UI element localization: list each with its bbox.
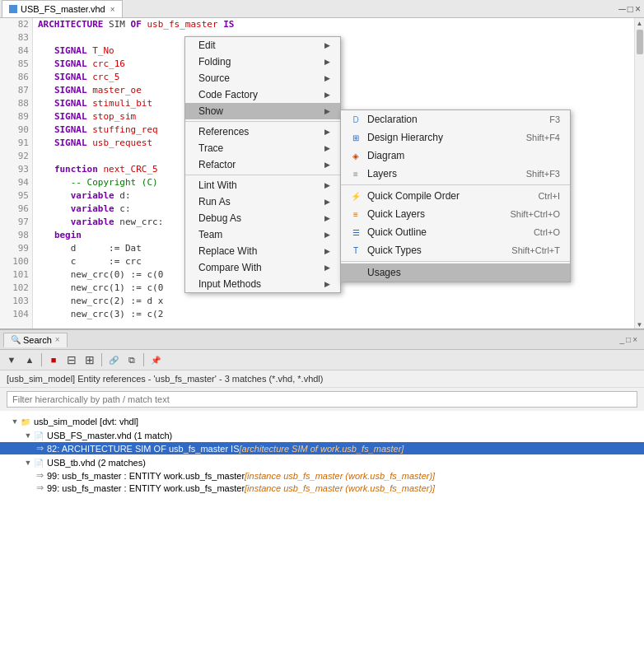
menu-trace[interactable]: Trace▶ [185, 140, 340, 156]
nav-up-button[interactable]: ▲ [21, 352, 38, 368]
show-submenu: D Declaration F3 ⊞ Design Hierarchy Shif… [340, 110, 571, 282]
hierarchy-icon: ⊞ [349, 131, 362, 144]
menu-show[interactable]: Show▶ [185, 103, 340, 119]
compile-icon: ⚡ [349, 189, 362, 203]
tree-row-match1[interactable]: ⇒ 82: ARCHITECTURE SIM OF usb_fs_master … [0, 442, 644, 454]
stop-button[interactable]: ■ [45, 352, 62, 368]
menu-code-factory[interactable]: Code Factory▶ [185, 86, 340, 103]
submenu-sep-1 [341, 184, 570, 185]
link-button[interactable]: 🔗 [105, 352, 122, 368]
search-tab-close[interactable]: × [55, 335, 60, 344]
minimize-button[interactable]: ─ [618, 3, 626, 15]
close-window-button[interactable]: × [635, 3, 641, 15]
menu-folding[interactable]: Folding▶ [185, 54, 340, 70]
submenu-design-hierarchy[interactable]: ⊞ Design Hierarchy Shift+F4 [341, 128, 570, 147]
menu-compare-with[interactable]: Compare With▶ [185, 259, 340, 276]
vhd-file-icon: 📄 [33, 430, 44, 441]
menu-replace-with[interactable]: Replace With▶ [185, 243, 340, 259]
submenu-quick-types[interactable]: T Quick Types Shift+Ctrl+T [341, 241, 570, 259]
editor-tab[interactable]: USB_FS_master.vhd × [2, 0, 123, 17]
layers-icon: ≡ [349, 167, 362, 180]
collapse-all-button[interactable]: ⊟ [63, 352, 80, 368]
toolbar-sep-1 [41, 353, 42, 366]
quick-layers-icon: ≡ [349, 207, 362, 221]
scroll-thumb[interactable] [637, 30, 643, 54]
tree-row-match2[interactable]: ⇒ 99: usb_fs_master : ENTITY work.usb_fs… [0, 469, 644, 482]
tree-row-root[interactable]: ▼ 📁 usb_sim_model [dvt: vhdl] [0, 415, 644, 428]
tab-close-button[interactable]: × [110, 5, 115, 14]
menu-lint-with[interactable]: Lint With▶ [185, 177, 340, 193]
line-numbers: 82838485 86878889 90919293 94959697 9899… [0, 18, 33, 329]
submenu-quick-compile-order[interactable]: ⚡ Quick Compile Order Ctrl+I [341, 187, 570, 205]
diagram-icon: ◈ [349, 149, 362, 162]
panel-close[interactable]: × [632, 335, 637, 344]
code-line: ARCHITECTURE SIM OF usb_fs_master IS [38, 18, 634, 31]
panel-maximize[interactable]: □ [626, 335, 631, 344]
menu-edit[interactable]: Edit▶ [185, 37, 340, 54]
menu-separator-2 [185, 175, 340, 175]
search-tab[interactable]: 🔍 Search × [3, 333, 68, 347]
tree-row-file2[interactable]: ▼ 📄 USB_tb.vhd (2 matches) [0, 456, 644, 469]
result-tree: ▼ 📁 usb_sim_model [dvt: vhdl] ▼ 📄 USB_FS… [0, 411, 644, 499]
file-icon [9, 5, 17, 13]
panel-minimize[interactable]: _ [620, 335, 625, 344]
menu-references[interactable]: References▶ [185, 123, 340, 140]
code-line: new_crc(3) := c(2 [38, 308, 634, 321]
tree-row-match3[interactable]: ⇒ 99: usb_fs_master : ENTITY work.usb_fs… [0, 482, 644, 494]
search-result-header: [usb_sim_model] Entity references - 'usb… [0, 370, 644, 388]
pin-button[interactable]: 📌 [147, 352, 164, 368]
expand-file2-arrow[interactable]: ▼ [23, 459, 33, 467]
toolbar-sep-3 [143, 353, 144, 366]
menu-team[interactable]: Team▶ [185, 226, 340, 243]
types-icon: T [349, 244, 362, 257]
submenu-layers[interactable]: ≡ Layers Shift+F3 [341, 165, 570, 183]
submenu-diagram[interactable]: ◈ Diagram [341, 147, 570, 165]
outline-icon: ☰ [349, 226, 362, 239]
menu-debug-as[interactable]: Debug As▶ [185, 210, 340, 226]
tree-row-file1[interactable]: ▼ 📄 USB_FS_master.vhd (1 match) [0, 429, 644, 442]
match3-text: 99: usb_fs_master : ENTITY work.usb_fs_m… [47, 483, 245, 493]
file1-label: USB_FS_master.vhd (1 match) [47, 431, 172, 440]
maximize-button[interactable]: □ [628, 3, 633, 15]
usages-icon [349, 266, 362, 279]
context-menu: Edit▶ Folding▶ Source▶ Code Factory▶ Sho… [184, 36, 341, 293]
menu-source[interactable]: Source▶ [185, 70, 340, 86]
match1-highlight: [architecture SIM of work.usb_fs_master] [240, 444, 404, 454]
copy-button[interactable]: ⧉ [124, 352, 140, 368]
tree-node-file1: ▼ 📄 USB_FS_master.vhd (1 match) ⇒ 82: AR… [0, 428, 644, 455]
scroll-up-arrow[interactable]: ▲ [635, 18, 645, 28]
result-arrow-2: ⇒ [36, 470, 44, 481]
result-arrow-1: ⇒ [36, 443, 44, 454]
search-results[interactable]: ▼ 📁 usb_sim_model [dvt: vhdl] ▼ 📄 USB_FS… [0, 411, 644, 671]
expand-file1-arrow[interactable]: ▼ [23, 431, 33, 440]
tab-bar: USB_FS_master.vhd × ─ □ × [0, 0, 644, 18]
submenu-declaration[interactable]: D Declaration F3 [341, 110, 570, 128]
nav-down-button[interactable]: ▼ [3, 352, 20, 368]
match2-highlight: [instance usb_fs_master (work.usb_fs_mas… [245, 471, 435, 481]
search-tab-icon: 🔍 [11, 335, 21, 344]
search-tab-label: Search [23, 335, 52, 345]
expand-root-arrow[interactable]: ▼ [10, 417, 20, 426]
code-line: new_crc(2) := d x [38, 295, 634, 308]
editor-scrollbar[interactable]: ▲ ▼ [634, 18, 644, 329]
menu-run-as[interactable]: Run As▶ [185, 193, 340, 210]
expand-all-button[interactable]: ⊞ [82, 352, 98, 368]
scroll-down-arrow[interactable]: ▼ [635, 319, 645, 329]
search-tab-bar: 🔍 Search × _ □ × [0, 330, 644, 350]
match3-highlight: [instance usb_fs_master (work.usb_fs_mas… [245, 483, 435, 493]
file2-label: USB_tb.vhd (2 matches) [47, 458, 146, 468]
submenu-usages[interactable]: Usages [341, 263, 570, 282]
tree-node-file2: ▼ 📄 USB_tb.vhd (2 matches) ⇒ 99: usb_fs_… [0, 455, 644, 495]
menu-input-methods[interactable]: Input Methods▶ [185, 276, 340, 292]
project-icon: 📁 [20, 416, 31, 427]
submenu-quick-layers[interactable]: ≡ Quick Layers Shift+Ctrl+O [341, 205, 570, 223]
toolbar-sep-2 [101, 353, 102, 366]
submenu-quick-outline[interactable]: ☰ Quick Outline Ctrl+O [341, 223, 570, 241]
filter-input[interactable] [7, 391, 637, 408]
menu-refactor[interactable]: Refactor▶ [185, 156, 340, 173]
submenu-sep-2 [341, 261, 570, 262]
result-arrow-3: ⇒ [36, 482, 44, 493]
menu-separator-1 [185, 121, 340, 122]
match1-text: 82: ARCHITECTURE SIM OF usb_fs_master IS [47, 444, 240, 454]
search-filter [7, 391, 637, 408]
